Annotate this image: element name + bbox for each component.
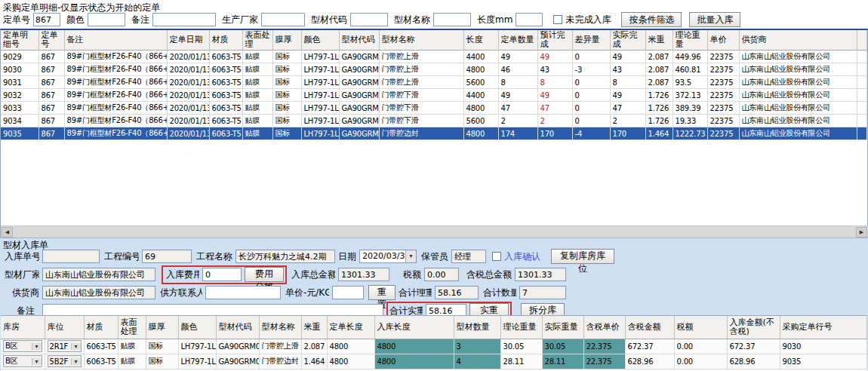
cell[interactable]: 国标 <box>272 127 301 140</box>
cell[interactable]: 2020/01/13 <box>167 63 209 76</box>
cell[interactable]: 0 <box>572 102 610 115</box>
cell[interactable] <box>857 63 866 76</box>
cell[interactable]: 49 <box>537 51 572 63</box>
column-header[interactable]: 供货商 <box>739 30 857 51</box>
copy-warehouse-location-button[interactable]: 复制库房库位 <box>551 249 614 264</box>
combo-cell[interactable]: B区▾ <box>1 354 45 369</box>
cell[interactable]: 0 <box>572 51 610 63</box>
cell[interactable]: 2.087 <box>301 339 327 354</box>
cell[interactable]: 22375 <box>707 76 739 89</box>
cell[interactable]: 山东南山铝业股份有限公司 <box>739 115 857 127</box>
cell[interactable]: 4800 <box>327 339 374 354</box>
column-header[interactable]: 表面处理 <box>242 30 272 51</box>
cell[interactable]: 49 <box>498 89 537 102</box>
cell[interactable]: 0 <box>572 89 610 102</box>
cell[interactable]: 22.375 <box>583 339 625 354</box>
cell[interactable]: 2020/01/13 <box>167 115 209 127</box>
cell[interactable]: 372.13 <box>673 89 707 102</box>
column-header[interactable]: 实际完成 <box>610 30 645 51</box>
dropdown-combo[interactable]: 2R1F▾ <box>48 340 82 352</box>
cell[interactable]: 贴膜 <box>118 354 146 369</box>
cell[interactable]: 9032 <box>1 89 38 102</box>
column-header[interactable]: 型材数量 <box>454 316 500 339</box>
column-header[interactable] <box>857 30 866 51</box>
cell[interactable]: 6063-T5 <box>209 89 242 102</box>
cell[interactable]: LH797-1LL0 <box>301 127 339 140</box>
cell[interactable]: 8 <box>537 76 572 89</box>
cell[interactable]: 628.96 <box>727 354 780 369</box>
cell[interactable]: GA90GRM04 <box>339 115 379 127</box>
cell[interactable]: 贴膜 <box>242 51 272 63</box>
cell[interactable]: 22375 <box>707 63 739 76</box>
cell[interactable]: 628.96 <box>625 354 674 369</box>
column-header[interactable]: 采购定单行号 <box>780 316 866 339</box>
cell[interactable]: 867 <box>38 51 64 63</box>
cell[interactable]: 6063-T5 <box>209 115 242 127</box>
cell[interactable]: 2.087 <box>645 76 673 89</box>
cell[interactable]: 460.81 <box>673 63 707 76</box>
cell[interactable]: GA90GRM03 <box>216 339 259 354</box>
cell[interactable]: LH797-1LL0 <box>301 89 339 102</box>
combo-cell[interactable]: 5B2F▾ <box>45 354 84 369</box>
table-row[interactable]: B区▾5B2F▾6063-T5贴膜国标LH797-1LL0GA90GRM05门带… <box>1 354 866 369</box>
cell[interactable]: 2020/01/13 <box>167 76 209 89</box>
length-input[interactable] <box>516 13 543 26</box>
cell[interactable]: 46 <box>498 63 537 76</box>
cell[interactable]: 4800 <box>463 127 498 140</box>
cell[interactable]: 30.05 <box>500 339 542 354</box>
cell[interactable]: 门带腔上滑 <box>259 339 301 354</box>
column-header[interactable]: 材质 <box>84 316 118 339</box>
cell[interactable]: 1.726 <box>645 89 673 102</box>
cell[interactable]: 2 <box>537 115 572 127</box>
cell[interactable]: 867 <box>38 76 64 89</box>
cell[interactable]: 8 <box>610 76 645 89</box>
cell[interactable]: 1222.73 <box>673 127 707 140</box>
column-header[interactable]: 理论重量 <box>673 30 707 51</box>
cell[interactable]: 89#门框型材F26-F40（866+867） <box>64 63 167 76</box>
combo-cell[interactable]: 2R1F▾ <box>45 339 84 354</box>
cell[interactable]: 2020/01/13 <box>167 51 209 63</box>
cell[interactable] <box>857 102 866 115</box>
column-header[interactable]: 表面处理 <box>118 316 146 339</box>
table-row[interactable]: 903186789#门框型材F26-F40（866+867）2020/01/13… <box>1 76 866 89</box>
chevron-down-icon[interactable]: ▾ <box>32 343 42 350</box>
cell[interactable]: 9029 <box>1 51 38 63</box>
cell[interactable] <box>857 115 866 127</box>
cell[interactable]: 6063-T5 <box>209 51 242 63</box>
column-header[interactable]: 膜厚 <box>146 316 178 339</box>
cell[interactable]: 9030 <box>1 63 38 76</box>
cell[interactable]: 5600 <box>463 115 498 127</box>
chevron-down-icon[interactable]: ▾ <box>32 358 42 365</box>
cell[interactable]: 19.33 <box>673 115 707 127</box>
cell[interactable]: 4 <box>454 354 500 369</box>
cell[interactable]: 门带腔上滑 <box>379 51 463 63</box>
cell[interactable]: 9034 <box>1 115 38 127</box>
column-header[interactable]: 定单明细号 <box>1 30 38 51</box>
cell[interactable]: 4800 <box>463 63 498 76</box>
cell[interactable]: 4800 <box>327 354 374 369</box>
column-header[interactable]: 颜色 <box>178 316 216 339</box>
cell[interactable]: 28.11 <box>542 354 583 369</box>
remark-input[interactable] <box>152 13 216 26</box>
tax-total-input[interactable] <box>515 268 566 281</box>
cell[interactable]: GA90GRM04 <box>339 102 379 115</box>
cell[interactable]: 2020/01/13 <box>167 89 209 102</box>
reset-button[interactable]: 重置 <box>368 285 396 300</box>
column-header[interactable]: 米重 <box>301 316 327 339</box>
cell[interactable]: 门带腔下滑 <box>379 102 463 115</box>
cell[interactable]: 0 <box>572 115 610 127</box>
cell[interactable]: 国标 <box>272 76 301 89</box>
cell[interactable]: 4400 <box>463 51 498 63</box>
cell[interactable]: 贴膜 <box>118 339 146 354</box>
cell[interactable]: 9030 <box>780 339 866 354</box>
cell[interactable]: GA90GRM03 <box>339 76 379 89</box>
cell[interactable]: 9035 <box>780 354 866 369</box>
cell[interactable]: 1.726 <box>645 102 673 115</box>
cell[interactable]: LH797-1LL0 <box>301 76 339 89</box>
cell[interactable]: 22375 <box>707 127 739 140</box>
cell[interactable]: 国标 <box>272 102 301 115</box>
cell[interactable]: 山东南山铝业股份有限公司 <box>739 76 857 89</box>
column-header[interactable]: 定单长度 <box>327 316 374 339</box>
cell[interactable]: 389.39 <box>673 102 707 115</box>
column-header[interactable]: 差异量 <box>572 30 610 51</box>
